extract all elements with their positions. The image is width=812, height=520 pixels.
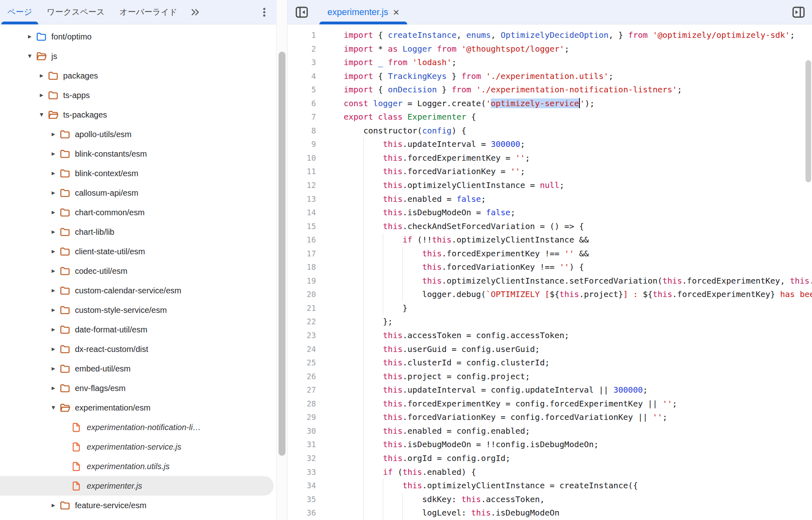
tree-expand-arrow[interactable]: ▾	[47, 398, 59, 417]
line-number[interactable]: 8	[287, 124, 316, 138]
line-number[interactable]: 33	[287, 465, 316, 479]
tree-item-js[interactable]: ▾js	[0, 46, 276, 66]
code-token: if	[383, 467, 397, 477]
line-number[interactable]: 36	[287, 506, 316, 520]
line-number[interactable]: 18	[287, 260, 316, 274]
tree-collapse-arrow[interactable]: ▸	[47, 203, 59, 222]
line-number[interactable]: 17	[287, 247, 316, 261]
tree-item-custom-calendar-service-esm[interactable]: ▸custom-calendar-service/esm	[0, 281, 276, 300]
tree-item-client-state-util-esm[interactable]: ▸client-state-util/esm	[0, 242, 276, 261]
line-number[interactable]: 19	[287, 274, 316, 288]
line-number[interactable]: 35	[287, 493, 316, 507]
editor-tab-experimenter-js[interactable]: experimenter.js ×	[318, 0, 409, 24]
tab-overrides[interactable]: オーバーライド	[112, 0, 184, 24]
tree-item-chart-lib-lib[interactable]: ▸chart-lib/lib	[0, 222, 276, 242]
tree-expand-arrow[interactable]: ▾	[35, 105, 48, 125]
collapse-sidebar-icon[interactable]	[287, 0, 314, 24]
line-number[interactable]: 22	[287, 315, 316, 329]
tree-item-callosum-api-esm[interactable]: ▸callosum-api/esm	[0, 183, 276, 203]
tab-workspace[interactable]: ワークスペース	[40, 0, 112, 24]
line-number[interactable]: 25	[287, 356, 316, 370]
tree-item-experimentation-notification-li-[interactable]: experimentation-notification-li…	[0, 417, 276, 437]
line-number[interactable]: 24	[287, 343, 316, 356]
line-number[interactable]: 28	[287, 397, 316, 411]
tree-item-experimentation-esm[interactable]: ▾experimentation/esm	[0, 398, 276, 417]
line-number[interactable]: 15	[287, 220, 316, 234]
tree-item-feature-service-esm[interactable]: ▸feature-service/esm	[0, 496, 276, 515]
line-number[interactable]: 1	[287, 28, 316, 42]
tree-collapse-arrow[interactable]: ▸	[47, 242, 59, 261]
line-number[interactable]: 14	[287, 206, 316, 220]
tree-item-custom-style-service-esm[interactable]: ▸custom-style-service/esm	[0, 300, 276, 320]
tree-collapse-arrow[interactable]: ▸	[47, 339, 59, 359]
line-number[interactable]: 26	[287, 370, 316, 384]
tree-collapse-arrow[interactable]: ▸	[47, 144, 59, 164]
tree-item-experimenter-js[interactable]: experimenter.js	[0, 476, 274, 496]
tree-item-blink-context-esm[interactable]: ▸blink-context/esm	[0, 164, 276, 183]
line-number[interactable]: 20	[287, 288, 316, 302]
indent-guide	[383, 302, 402, 315]
tree-item-chart-common-esm[interactable]: ▸chart-common/esm	[0, 203, 276, 222]
line-number[interactable]: 23	[287, 329, 316, 343]
tree-collapse-arrow[interactable]: ▸	[47, 125, 59, 144]
line-number[interactable]: 7	[287, 110, 316, 124]
tree-collapse-arrow[interactable]: ▸	[47, 496, 59, 515]
tree-item-env-flags-esm[interactable]: ▸env-flags/esm	[0, 378, 276, 398]
tree-collapse-arrow[interactable]: ▸	[35, 85, 48, 105]
line-number[interactable]: 34	[287, 479, 316, 493]
code-editor[interactable]: 1import { createInstance, enums, Optimiz…	[287, 24, 812, 520]
code-line: 11this.forcedVariationKey = '';	[287, 165, 812, 179]
line-number[interactable]: 27	[287, 383, 316, 397]
line-number[interactable]: 31	[287, 438, 316, 452]
tree-expand-arrow[interactable]: ▾	[24, 46, 36, 66]
more-tabs-icon[interactable]	[185, 0, 206, 24]
tree-item-date-format-util-esm[interactable]: ▸date-format-util/esm	[0, 320, 276, 339]
tree-collapse-arrow[interactable]: ▸	[47, 261, 59, 281]
line-number[interactable]: 6	[287, 97, 316, 111]
navigator-scrollbar-thumb[interactable]	[279, 52, 285, 456]
tree-item-label: blink-context/esm	[72, 169, 138, 178]
tree-item-dx-react-custom-dist[interactable]: ▸dx-react-custom/dist	[0, 339, 276, 359]
line-number[interactable]: 4	[287, 70, 316, 83]
open-right-panel-icon[interactable]	[787, 0, 812, 24]
tree-collapse-arrow[interactable]: ▸	[47, 378, 59, 398]
tree-collapse-arrow[interactable]: ▸	[24, 27, 36, 46]
tree-collapse-arrow[interactable]: ▸	[35, 66, 48, 85]
tree-item-codec-util-esm[interactable]: ▸codec-util/esm	[0, 261, 276, 281]
line-number[interactable]: 2	[287, 42, 316, 56]
tree-item-embed-util-esm[interactable]: ▸embed-util/esm	[0, 359, 276, 378]
tree-collapse-arrow[interactable]: ▸	[47, 300, 59, 320]
line-number[interactable]: 30	[287, 424, 316, 438]
code-line: 26this.project = config.project;	[287, 370, 812, 384]
tree-item-ts-packages[interactable]: ▾ts-packages	[0, 105, 276, 125]
line-number[interactable]: 13	[287, 192, 316, 206]
line-number[interactable]: 12	[287, 179, 316, 192]
tree-collapse-arrow[interactable]: ▸	[47, 281, 59, 300]
line-number[interactable]: 11	[287, 165, 316, 179]
tree-item-packages[interactable]: ▸packages	[0, 66, 276, 85]
tab-page[interactable]: ページ	[0, 0, 40, 24]
line-number[interactable]: 29	[287, 411, 316, 424]
tree-item-apollo-utils-esm[interactable]: ▸apollo-utils/esm	[0, 125, 276, 144]
navigator-scrollbar[interactable]	[276, 0, 287, 520]
close-tab-icon[interactable]: ×	[393, 7, 399, 17]
editor-scrollbar-thumb[interactable]	[805, 60, 811, 182]
tree-collapse-arrow[interactable]: ▸	[47, 222, 59, 242]
tree-collapse-arrow[interactable]: ▸	[47, 320, 59, 339]
tree-collapse-arrow[interactable]: ▸	[47, 164, 59, 183]
line-number[interactable]: 5	[287, 83, 316, 97]
tree-item-font-optimo[interactable]: ▸font/optimo	[0, 27, 276, 46]
line-number[interactable]: 21	[287, 302, 316, 315]
tree-item-blink-constants-esm[interactable]: ▸blink-constants/esm	[0, 144, 276, 164]
menu-dots-icon[interactable]	[254, 0, 276, 24]
line-number[interactable]: 9	[287, 138, 316, 151]
tree-collapse-arrow[interactable]: ▸	[47, 183, 59, 203]
line-number[interactable]: 16	[287, 233, 316, 247]
line-number[interactable]: 3	[287, 56, 316, 70]
line-number[interactable]: 10	[287, 151, 316, 165]
tree-item-experimentation-service-js[interactable]: experimentation-service.js	[0, 437, 276, 457]
tree-collapse-arrow[interactable]: ▸	[47, 359, 59, 378]
tree-item-ts-apps[interactable]: ▸ts-apps	[0, 85, 276, 105]
tree-item-experimentation-utils-js[interactable]: experimentation.utils.js	[0, 457, 276, 476]
line-number[interactable]: 32	[287, 452, 316, 465]
